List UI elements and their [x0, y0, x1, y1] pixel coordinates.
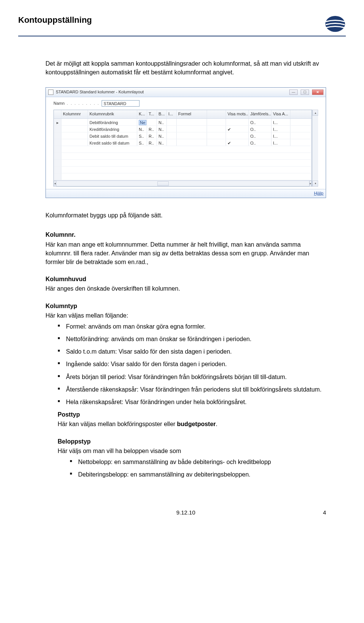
- horizontal-scrollbar[interactable]: ◂ ▸: [54, 180, 312, 186]
- col-i[interactable]: I...: [167, 110, 177, 118]
- list-item: Återstående räkenskapsår: Visar förändri…: [58, 385, 326, 394]
- col-kolumnnr[interactable]: Kolumnnr: [61, 110, 88, 118]
- namn-field-row: Namn . . . . . . . . . STANDARD: [53, 100, 318, 107]
- kolumntyp-text: Här kan väljas mellan följande:: [46, 311, 326, 320]
- intro-paragraph: Det är möjligt att koppla samman kontoup…: [46, 59, 326, 77]
- dotted-leader: . . . . . . . . .: [67, 101, 99, 107]
- maximize-button[interactable]: ☐: [301, 90, 309, 95]
- page-footer: 9.12.10 4: [0, 509, 364, 527]
- app-icon: [48, 90, 53, 95]
- posttyp-text: Här kan väljas mellan bokföringsposter e…: [58, 420, 326, 428]
- page-header: Kontouppställning: [0, 0, 364, 36]
- kolumnhuvud-section: Kolumnhuvud Här anges den önskade översk…: [46, 275, 326, 293]
- scroll-right-icon[interactable]: ▸: [309, 181, 312, 187]
- kolumntyp-bullets: Formel: används om man önskar göra egna …: [46, 322, 326, 406]
- col-k[interactable]: K...: [137, 110, 147, 118]
- table-row[interactable]: ..: [54, 153, 312, 160]
- kolumntyp-heading: Kolumntyp: [46, 302, 326, 310]
- app-window-screenshot: STANDARD Standard kolumner - Kolumnlayou…: [46, 87, 326, 198]
- logo-icon: [325, 15, 346, 33]
- list-item: Debiteringsbelopp: en sammanställning av…: [70, 470, 326, 479]
- col-formel[interactable]: Formel: [177, 110, 207, 118]
- list-item: Saldo t.o.m datum: Visar saldo för den s…: [58, 347, 326, 356]
- table-row[interactable]: ..: [54, 167, 312, 173]
- table-row[interactable]: Debit saldo till datum S.. R.. N.. O.. I…: [54, 132, 312, 139]
- byggs-paragraph: Kolumnformatet byggs upp på följande sät…: [46, 211, 326, 220]
- col-t[interactable]: T...: [147, 110, 157, 118]
- table-row[interactable]: ..: [54, 146, 312, 153]
- posttyp-heading: Posttyp: [58, 410, 326, 419]
- table-row[interactable]: ..: [54, 160, 312, 167]
- content: Det är möjligt att koppla samman kontoup…: [0, 36, 364, 479]
- help-link[interactable]: Hjälp: [314, 191, 323, 195]
- footer-date: 9.12.10: [176, 509, 195, 516]
- window-footer: Hjälp: [46, 189, 326, 198]
- grid-container: Kolumnnr Kolumnrubrik K... T... B... I..…: [53, 110, 318, 187]
- col-kolumnrubrik[interactable]: Kolumnrubrik: [88, 110, 137, 118]
- kolumntyp-section: Kolumntyp Här kan väljas mellan följande…: [46, 302, 326, 429]
- grid-rows: ▸ Debitförändring Ne N.. O..: [54, 119, 312, 180]
- list-item: Nettoförändring: används om man önskar s…: [58, 335, 326, 343]
- titlebar: STANDARD Standard kolumner - Kolumnlayou…: [46, 88, 326, 97]
- footer-page-number: 4: [323, 509, 326, 516]
- window-body: Namn . . . . . . . . . STANDARD Kolumnnr…: [46, 97, 326, 189]
- kolumnhuvud-heading: Kolumnhuvud: [46, 275, 326, 283]
- col-visa[interactable]: Visa mots...: [226, 110, 249, 118]
- kolumnhuvud-text: Här anges den önskade överskriften till …: [46, 284, 326, 293]
- vertical-scrollbar[interactable]: ▴ ▾: [312, 110, 318, 187]
- list-item: Årets början till period: Visar förändri…: [58, 373, 326, 381]
- kolumnnr-heading: Kolumnnr.: [46, 230, 326, 239]
- beloppstyp-heading: Beloppstyp: [58, 437, 326, 446]
- minimize-button[interactable]: —: [289, 90, 298, 95]
- kolumnnr-section: Kolumnnr. Här kan man ange ett kolumnnum…: [46, 230, 326, 266]
- table-row[interactable]: ▸ Debitförändring Ne N.. O..: [54, 119, 312, 126]
- col-va[interactable]: Visa A...: [271, 110, 290, 118]
- page-title: Kontouppställning: [18, 15, 92, 25]
- grid-header: Kolumnnr Kolumnrubrik K... T... B... I..…: [54, 110, 312, 119]
- column-grid[interactable]: Kolumnnr Kolumnrubrik K... T... B... I..…: [53, 110, 312, 187]
- scroll-up-icon[interactable]: ▴: [312, 110, 318, 116]
- beloppstyp-bullets: Nettobelopp: en sammanställning av både …: [58, 458, 326, 479]
- col-b[interactable]: B...: [157, 110, 167, 118]
- namn-label: Namn: [53, 101, 64, 107]
- beloppstyp-text: Här väljs om man vill ha beloppen visade…: [58, 447, 326, 455]
- col-jam[interactable]: Jämförels...: [249, 110, 271, 118]
- list-item: Ingående saldo: Visar saldo för den förs…: [58, 360, 326, 368]
- kolumnnr-text: Här kan man ange ett kolumnnummer. Detta…: [46, 240, 326, 267]
- list-item: Nettobelopp: en sammanställning av både …: [70, 458, 326, 466]
- namn-input[interactable]: STANDARD: [102, 100, 140, 107]
- list-item: Formel: används om man önskar göra egna …: [58, 322, 326, 331]
- table-row[interactable]: ..: [54, 173, 312, 180]
- list-item: Hela räkenskapsåret: Visar förändringen …: [58, 398, 326, 406]
- table-row[interactable]: Kreditförändring N.. R.. N.. ✔ O.. I...: [54, 126, 312, 132]
- close-button[interactable]: ✕: [312, 90, 323, 95]
- beloppstyp-section: Beloppstyp Här väljs om man vill ha belo…: [58, 437, 326, 479]
- table-row[interactable]: Kredit saldo till datum S.. R.. N.. ✔ O.…: [54, 139, 312, 146]
- scroll-down-icon[interactable]: ▾: [312, 181, 318, 187]
- window-title: STANDARD Standard kolumner - Kolumnlayou…: [56, 89, 286, 95]
